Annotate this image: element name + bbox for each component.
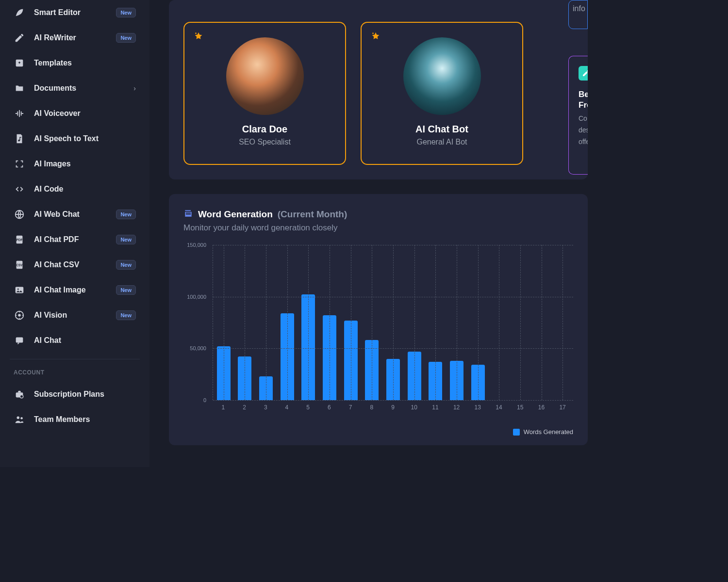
feather-icon [14,7,25,18]
music-file-icon [14,133,25,145]
new-badge: New [116,235,136,244]
sidebar-item-ai-speech-to-text[interactable]: AI Speech to Text [10,126,140,151]
sidebar-item-label: AI ReWriter [34,33,116,42]
vision-icon [14,309,25,321]
chart-subtitle: (Current Month) [278,209,347,220]
info-desc-line: des [579,126,588,134]
sidebar-item-ai-chat-pdf[interactable]: PDFAI Chat PDFNew [10,227,140,252]
star-icon [370,32,381,44]
agent-role: SEO Specialist [239,138,291,146]
agent-card-bot[interactable]: AI Chat Bot General AI Bot [361,22,523,165]
info-title-line: Fro [579,100,588,111]
sidebar-item-label: Smart Editor [34,8,116,17]
x-axis-label: 5 [298,404,319,411]
avatar [403,37,481,115]
sidebar-item-ai-chat-csv[interactable]: CSVAI Chat CSVNew [10,252,140,277]
svg-point-13 [20,395,23,398]
agent-name: AI Chat Bot [415,124,468,135]
new-badge: New [116,310,136,320]
globe-icon [14,209,25,220]
sidebar-item-ai-web-chat[interactable]: AI Web ChatNew [10,202,140,227]
chevron-right-icon: › [133,84,136,92]
avatar [226,37,304,115]
sidebar-item-label: AI Chat PDF [34,235,116,244]
x-axis-label: 10 [403,404,425,411]
chart-description: Monitor your daily word generation close… [183,223,573,233]
sidebar-item-ai-code[interactable]: AI Code [10,177,140,202]
legend-swatch [513,429,520,436]
x-axis-label: 16 [531,404,552,411]
svg-point-14 [17,417,20,420]
frame-icon [14,158,25,170]
legend-label: Words Generated [524,428,573,436]
pen-icon [14,32,25,44]
svg-point-10 [18,314,21,317]
x-axis-label: 6 [319,404,340,411]
sidebar-item-label: AI Chat [34,336,136,345]
info-card-partial-2[interactable]: Be Fro Co des offe [568,56,588,175]
sidebar-item-subscription-plans[interactable]: Subscription Plans [10,382,140,407]
x-axis-label: 14 [488,404,510,411]
x-axis-label: 4 [276,404,298,411]
star-icon [193,32,204,44]
x-axis-label: 7 [340,404,361,411]
sidebar-item-ai-chat[interactable]: AI Chat [10,328,140,353]
new-badge: New [116,285,136,295]
account-section-label: ACCOUNT [10,359,140,382]
sparkle-box-icon [14,57,25,69]
new-badge: New [116,210,136,219]
svg-point-16 [195,32,197,34]
sidebar-item-smart-editor[interactable]: Smart EditorNew [10,0,140,25]
word-generation-panel: Word Generation (Current Month) Monitor … [169,194,588,445]
sidebar-item-label: AI Vision [34,311,116,320]
info-text: info [573,4,585,13]
folder-icon [14,82,25,94]
x-axis-label: 3 [255,404,276,411]
info-desc-line: Co [579,114,588,122]
sidebar: Smart EditorNewAI ReWriterNewTemplatesDo… [0,0,149,467]
sidebar-item-ai-rewriter[interactable]: AI ReWriterNew [10,25,140,50]
y-axis-label: 100,000 [187,294,206,300]
image-icon [14,284,25,296]
x-axis-label: 12 [446,404,467,411]
x-axis-label: 9 [382,404,404,411]
svg-text:PDF: PDF [17,238,23,242]
pdf-icon: PDF [14,234,25,245]
new-badge: New [116,33,136,43]
sidebar-item-label: AI Voiceover [34,109,136,118]
people-icon [14,414,25,425]
sidebar-item-documents[interactable]: Documents› [10,76,140,101]
sidebar-item-templates[interactable]: Templates [10,50,140,76]
agent-name: Clara Doe [242,124,287,135]
x-axis-label: 2 [234,404,255,411]
waveform-icon [14,108,25,119]
new-badge: New [116,8,136,17]
sidebar-item-ai-vision[interactable]: AI VisionNew [10,303,140,328]
y-axis-label: 50,000 [190,345,206,351]
chart-legend: Words Generated [183,428,573,436]
agent-card-clara[interactable]: Clara Doe SEO Specialist [183,22,346,165]
sidebar-item-label: AI Speech to Text [34,134,136,143]
sidebar-item-team-members[interactable]: Team Members [10,407,140,432]
svg-rect-11 [16,338,23,343]
sidebar-item-label: Templates [34,59,136,67]
x-axis-label: 13 [467,404,488,411]
svg-rect-19 [186,214,191,215]
x-axis-label: 8 [361,404,382,411]
y-axis-label: 150,000 [187,242,206,248]
sidebar-item-label: Team Members [34,415,136,424]
sidebar-item-label: AI Code [34,185,136,194]
svg-point-15 [20,417,23,420]
agents-section: Clara Doe SEO Specialist AI Chat Bot Gen… [169,0,588,179]
info-card-partial-1[interactable]: info [568,0,588,29]
x-axis-label: 11 [425,404,446,411]
sidebar-item-label: Documents [34,84,133,93]
chart-title: Word Generation [198,209,273,220]
sidebar-item-ai-voiceover[interactable]: AI Voiceover [10,101,140,126]
code-icon [14,183,25,195]
csv-icon: CSV [14,259,25,271]
sidebar-item-ai-images[interactable]: AI Images [10,151,140,177]
sidebar-item-ai-chat-image[interactable]: AI Chat ImageNew [10,277,140,303]
info-desc-line: offe [579,138,588,146]
sidebar-item-label: AI Web Chat [34,210,116,219]
